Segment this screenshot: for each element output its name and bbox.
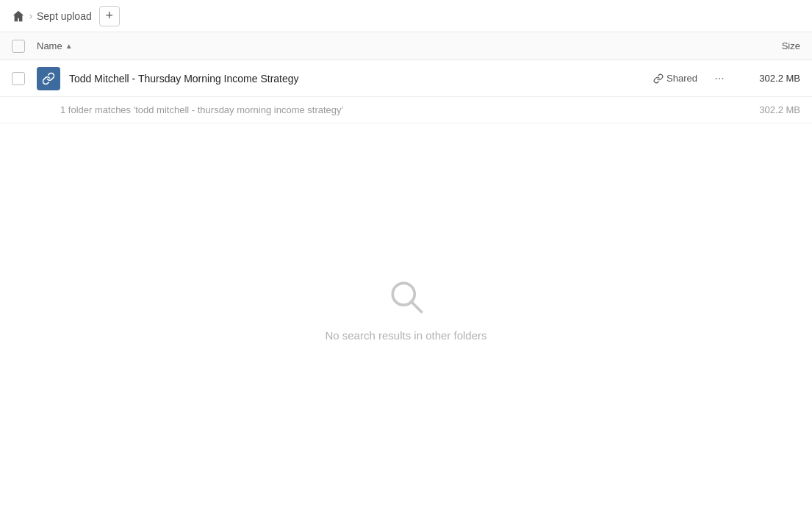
select-all-checkbox[interactable] [12, 40, 25, 53]
shared-badge: Shared [653, 73, 697, 84]
no-results-icon [386, 276, 427, 317]
breadcrumb-chevron: › [29, 11, 32, 21]
table-header: Name ▲ Size [0, 32, 812, 60]
breadcrumb-bar: › Sept upload + [0, 0, 812, 32]
file-size: 302.2 MB [741, 73, 800, 84]
file-name: Todd Mitchell - Thursday Morning Income … [69, 73, 653, 84]
name-column-header[interactable]: Name ▲ [37, 40, 727, 51]
home-button[interactable] [12, 10, 25, 23]
svg-line-1 [411, 301, 421, 312]
add-button[interactable]: + [99, 6, 120, 26]
table-row[interactable]: Todd Mitchell - Thursday Morning Income … [0, 60, 812, 97]
size-column-header: Size [727, 40, 800, 51]
summary-size: 302.2 MB [759, 104, 800, 115]
sort-arrow: ▲ [65, 42, 73, 50]
row-checkbox[interactable] [12, 72, 25, 85]
no-results-text: No search results in other folders [325, 329, 486, 342]
file-icon [37, 67, 60, 90]
breadcrumb-folder-name[interactable]: Sept upload [37, 10, 92, 22]
more-options-button[interactable]: ··· [709, 68, 730, 89]
empty-state: No search results in other folders [0, 123, 812, 494]
summary-row: 1 folder matches 'todd mitchell - thursd… [0, 97, 812, 123]
match-summary-text: 1 folder matches 'todd mitchell - thursd… [60, 104, 343, 115]
